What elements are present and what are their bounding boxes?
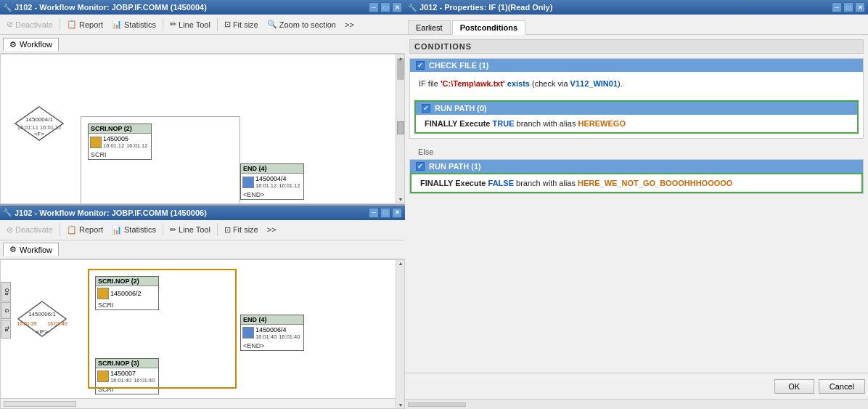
workflow-tab-2[interactable]: ⚙ Workflow	[3, 243, 59, 256]
w2-end-t1: 16:01:40	[255, 333, 277, 340]
w2-end-t2: 16:01:40	[279, 333, 300, 340]
fit-size-icon-1: ⊡	[224, 20, 231, 29]
w2-scri2-t1: 16:01:40	[110, 377, 131, 384]
right-panel: 🔧 J012 - Properties: IF (1)(Read Only) ─…	[405, 0, 868, 409]
statistics-icon-1: 📊	[112, 20, 122, 29]
run-path-0-icon: ✓	[422, 104, 430, 113]
end-id: 1450004/4	[255, 175, 300, 182]
svg-text:<F>: <F>	[34, 131, 45, 137]
progress-bar-2	[4, 401, 76, 407]
svg-text:<IF>: <IF>	[36, 328, 49, 335]
tab-earliest[interactable]: Earliest	[408, 20, 451, 34]
scri1-time2: 16:01.12	[126, 142, 147, 149]
window1-toolbar: ⊘ Deactivate 📋 Report 📊 Statistics ✏ Lin…	[0, 15, 405, 35]
canvas-1: 1450004/1 16:01:11 16:01:12 <F> SCRI.NOP…	[0, 54, 405, 204]
status-bar-2	[1, 398, 396, 408]
run-path-0-header: ✓ RUN PATH (0)	[416, 102, 857, 115]
conditions-header: CONDITIONS	[409, 39, 864, 54]
window2-minimize[interactable]: ─	[369, 208, 379, 218]
check-file-icon: ✓	[416, 61, 425, 70]
svg-text:1450006/1: 1450006/1	[28, 311, 56, 317]
scri1-id: 1450005	[103, 135, 147, 142]
window2-restore[interactable]: □	[380, 208, 390, 218]
window1-title: J102 - Workflow Monitor: JOBP.IF.COMM (1…	[15, 3, 207, 12]
diamond-node-1[interactable]: 1450004/1 16:01:11 16:01:12 <F>	[14, 105, 65, 143]
window2-title: J102 - Workflow Monitor: JOBP.IF.COMM (1…	[15, 208, 207, 217]
report-icon-1: 📋	[67, 20, 77, 29]
scrollbar-2[interactable]: ▲ ▼	[396, 260, 404, 409]
w2-scri2-t2: 16:01:40	[134, 377, 155, 384]
check-file-text: IF file 'C:\Temp\awk.txt' exists (check …	[410, 72, 863, 96]
workflow-tab-1[interactable]: ⚙ Workflow	[3, 38, 59, 51]
window2-toolbar: ⊘ Deactivate 📋 Report 📊 Statistics ✏ Lin…	[0, 220, 405, 240]
run-path-1-block: ✓ RUN PATH (1) FINALLY Execute FALSE bra…	[409, 159, 864, 194]
w2-end-id: 1450006/4	[255, 326, 300, 333]
right-window-title: J012 - Properties: IF (1)(Read Only)	[419, 3, 552, 12]
more-button-1[interactable]: >>	[341, 19, 358, 31]
check-file-header: ✓ CHECK FILE (1)	[410, 59, 863, 72]
window2-icon: 🔧	[3, 208, 12, 216]
line-tool-icon-2: ✏	[170, 225, 176, 235]
window1-close[interactable]: ✕	[392, 2, 402, 12]
window2-close[interactable]: ✕	[392, 208, 402, 218]
right-minimize[interactable]: ─	[832, 2, 842, 12]
workflow-tab-icon-1: ⚙	[9, 40, 17, 49]
right-progress-bar	[408, 402, 466, 407]
right-restore[interactable]: □	[843, 2, 853, 12]
side-items-panel: Ob G Ta	[1, 282, 11, 339]
run-path-0-block: ✓ RUN PATH (0) FINALLY Execute TRUE bran…	[414, 100, 859, 134]
end-time1: 16:01.12	[255, 182, 277, 189]
run-path-1-icon: ✓	[416, 162, 425, 171]
right-window-icon: 🔧	[408, 4, 417, 12]
run-path-1-text: FINALLY Execute FALSE branch with alias …	[410, 173, 863, 193]
cancel-button[interactable]: Cancel	[819, 379, 865, 394]
report-button-1[interactable]: 📋 Report	[63, 18, 107, 31]
workflow-tab-bar-2: ⚙ Workflow	[0, 240, 405, 259]
right-title-bar: 🔧 J012 - Properties: IF (1)(Read Only) ─…	[405, 0, 868, 15]
statistics-button-1[interactable]: 📊 Statistics	[108, 18, 160, 31]
run-path-0-text: FINALLY Execute TRUE branch with alias H…	[416, 115, 857, 132]
right-status-bar	[405, 399, 868, 409]
scrollbar-1[interactable]: ▲ ▼	[396, 54, 404, 203]
run-path-1-header: ✓ RUN PATH (1)	[410, 160, 863, 173]
line-tool-icon-1: ✏	[170, 20, 176, 29]
right-close[interactable]: ✕	[855, 2, 865, 12]
window2-title-bar: 🔧 J102 - Workflow Monitor: JOBP.IF.COMM …	[0, 206, 405, 220]
line-tool-button-2[interactable]: ✏ Line Tool	[166, 224, 214, 236]
line-tool-button-1[interactable]: ✏ Line Tool	[166, 18, 214, 31]
deactivate-icon-1: ⊘	[7, 20, 13, 29]
window1-icon: 🔧	[3, 4, 12, 12]
svg-text:16:01:39: 16:01:39	[17, 321, 36, 326]
more-button-2[interactable]: >>	[263, 224, 280, 235]
report-icon-2: 📋	[67, 225, 77, 235]
deactivate-icon-2: ⊘	[7, 225, 13, 235]
zoom-icon-1: 🔍	[267, 20, 277, 29]
window1-title-bar: 🔧 J102 - Workflow Monitor: JOBP.IF.COMM …	[0, 0, 405, 15]
svg-text:1450004/1: 1450004/1	[25, 116, 53, 123]
else-label: Else	[409, 145, 864, 159]
ok-button[interactable]: OK	[774, 379, 814, 394]
right-tab-bar: Earliest Postconditions	[405, 15, 868, 35]
workflow-tab-icon-2: ⚙	[9, 245, 17, 254]
fit-size-button-2[interactable]: ⊡ Fit size	[221, 224, 262, 236]
fit-size-icon-2: ⊡	[224, 225, 231, 235]
diamond-node-2[interactable]: 1450006/1 16:01:39 16:01:40 <IF>	[17, 300, 67, 339]
tab-postconditions[interactable]: Postconditions	[452, 20, 525, 35]
svg-text:16:01:40: 16:01:40	[47, 321, 67, 326]
w2-scri2-id: 1450007	[110, 370, 155, 377]
deactivate-button-1[interactable]: ⊘ Deactivate	[3, 18, 57, 31]
conditions-area: CONDITIONS ✓ CHECK FILE (1) IF file 'C:\…	[405, 35, 868, 373]
w2-scri1-id: 1450006/2	[110, 290, 142, 297]
deactivate-button-2[interactable]: ⊘ Deactivate	[3, 224, 57, 236]
end-time2: 16:01.12	[279, 182, 300, 189]
bottom-button-bar: OK Cancel	[405, 373, 868, 399]
zoom-button-1[interactable]: 🔍 Zoom to section	[263, 18, 340, 31]
check-file-block: ✓ CHECK FILE (1) IF file 'C:\Temp\awk.tx…	[409, 58, 864, 139]
window1-restore[interactable]: □	[380, 2, 390, 12]
window1-minimize[interactable]: ─	[369, 2, 379, 12]
statistics-button-2[interactable]: 📊 Statistics	[108, 224, 160, 236]
report-button-2[interactable]: 📋 Report	[63, 224, 107, 236]
canvas-2: Ob G Ta 1450006/1 16:01:39 16:01:40 <IF>	[0, 259, 405, 410]
workflow-tab-bar-1: ⚙ Workflow	[0, 35, 405, 54]
fit-size-button-1[interactable]: ⊡ Fit size	[221, 18, 262, 31]
